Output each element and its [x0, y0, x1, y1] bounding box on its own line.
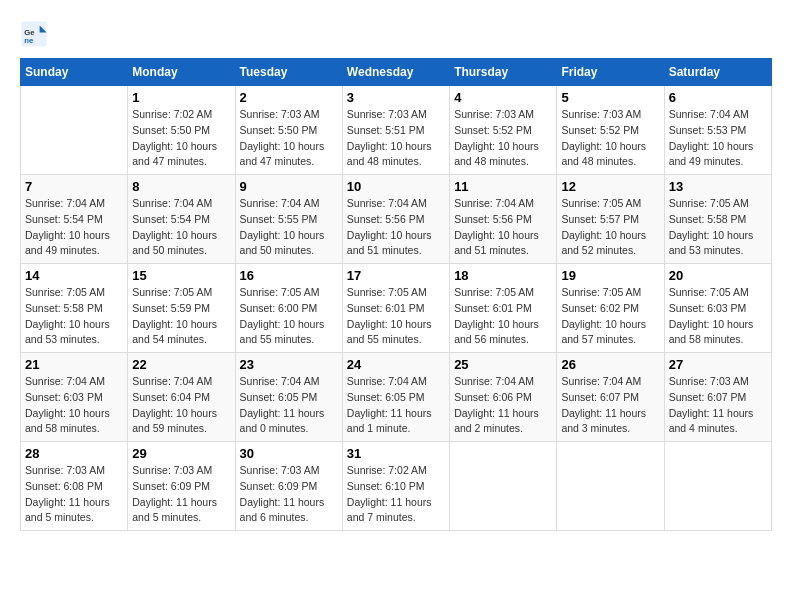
- sunset-text: Sunset: 5:50 PM: [240, 123, 338, 139]
- day-info: Sunrise: 7:03 AM Sunset: 6:07 PM Dayligh…: [669, 374, 767, 437]
- calendar-body: 1 Sunrise: 7:02 AM Sunset: 5:50 PM Dayli…: [21, 86, 772, 531]
- day-info: Sunrise: 7:04 AM Sunset: 5:54 PM Dayligh…: [132, 196, 230, 259]
- day-info: Sunrise: 7:03 AM Sunset: 6:09 PM Dayligh…: [240, 463, 338, 526]
- sunset-text: Sunset: 5:54 PM: [25, 212, 123, 228]
- sunrise-text: Sunrise: 7:05 AM: [240, 285, 338, 301]
- day-number: 23: [240, 357, 338, 372]
- calendar-cell: [450, 442, 557, 531]
- day-info: Sunrise: 7:04 AM Sunset: 5:56 PM Dayligh…: [347, 196, 445, 259]
- daylight-text: Daylight: 10 hours and 52 minutes.: [561, 228, 659, 260]
- day-number: 14: [25, 268, 123, 283]
- calendar-cell: 6 Sunrise: 7:04 AM Sunset: 5:53 PM Dayli…: [664, 86, 771, 175]
- sunset-text: Sunset: 6:03 PM: [669, 301, 767, 317]
- sunrise-text: Sunrise: 7:03 AM: [240, 463, 338, 479]
- calendar-header: SundayMondayTuesdayWednesdayThursdayFrid…: [21, 59, 772, 86]
- day-number: 16: [240, 268, 338, 283]
- day-number: 17: [347, 268, 445, 283]
- daylight-text: Daylight: 11 hours and 7 minutes.: [347, 495, 445, 527]
- day-info: Sunrise: 7:03 AM Sunset: 6:08 PM Dayligh…: [25, 463, 123, 526]
- week-row-1: 1 Sunrise: 7:02 AM Sunset: 5:50 PM Dayli…: [21, 86, 772, 175]
- day-info: Sunrise: 7:05 AM Sunset: 5:58 PM Dayligh…: [25, 285, 123, 348]
- calendar-cell: 4 Sunrise: 7:03 AM Sunset: 5:52 PM Dayli…: [450, 86, 557, 175]
- day-info: Sunrise: 7:04 AM Sunset: 5:54 PM Dayligh…: [25, 196, 123, 259]
- sunrise-text: Sunrise: 7:05 AM: [132, 285, 230, 301]
- daylight-text: Daylight: 10 hours and 51 minutes.: [347, 228, 445, 260]
- page-header: Ge ne: [20, 20, 772, 48]
- sunset-text: Sunset: 5:52 PM: [561, 123, 659, 139]
- day-info: Sunrise: 7:04 AM Sunset: 5:53 PM Dayligh…: [669, 107, 767, 170]
- sunrise-text: Sunrise: 7:02 AM: [132, 107, 230, 123]
- sunrise-text: Sunrise: 7:04 AM: [347, 374, 445, 390]
- calendar-cell: 1 Sunrise: 7:02 AM Sunset: 5:50 PM Dayli…: [128, 86, 235, 175]
- daylight-text: Daylight: 10 hours and 49 minutes.: [25, 228, 123, 260]
- column-header-sunday: Sunday: [21, 59, 128, 86]
- day-info: Sunrise: 7:04 AM Sunset: 6:05 PM Dayligh…: [347, 374, 445, 437]
- sunrise-text: Sunrise: 7:04 AM: [669, 107, 767, 123]
- day-number: 18: [454, 268, 552, 283]
- day-number: 1: [132, 90, 230, 105]
- sunrise-text: Sunrise: 7:02 AM: [347, 463, 445, 479]
- sunrise-text: Sunrise: 7:04 AM: [561, 374, 659, 390]
- calendar-cell: 9 Sunrise: 7:04 AM Sunset: 5:55 PM Dayli…: [235, 175, 342, 264]
- day-number: 10: [347, 179, 445, 194]
- daylight-text: Daylight: 10 hours and 50 minutes.: [240, 228, 338, 260]
- day-info: Sunrise: 7:03 AM Sunset: 5:50 PM Dayligh…: [240, 107, 338, 170]
- day-info: Sunrise: 7:05 AM Sunset: 6:02 PM Dayligh…: [561, 285, 659, 348]
- sunset-text: Sunset: 5:58 PM: [25, 301, 123, 317]
- sunrise-text: Sunrise: 7:04 AM: [240, 196, 338, 212]
- day-info: Sunrise: 7:05 AM Sunset: 5:59 PM Dayligh…: [132, 285, 230, 348]
- sunrise-text: Sunrise: 7:04 AM: [454, 374, 552, 390]
- day-info: Sunrise: 7:03 AM Sunset: 5:52 PM Dayligh…: [561, 107, 659, 170]
- daylight-text: Daylight: 10 hours and 50 minutes.: [132, 228, 230, 260]
- sunset-text: Sunset: 6:01 PM: [454, 301, 552, 317]
- daylight-text: Daylight: 11 hours and 2 minutes.: [454, 406, 552, 438]
- sunset-text: Sunset: 5:58 PM: [669, 212, 767, 228]
- day-number: 7: [25, 179, 123, 194]
- day-number: 28: [25, 446, 123, 461]
- sunset-text: Sunset: 5:59 PM: [132, 301, 230, 317]
- daylight-text: Daylight: 10 hours and 49 minutes.: [669, 139, 767, 171]
- week-row-5: 28 Sunrise: 7:03 AM Sunset: 6:08 PM Dayl…: [21, 442, 772, 531]
- sunrise-text: Sunrise: 7:03 AM: [25, 463, 123, 479]
- calendar-cell: 18 Sunrise: 7:05 AM Sunset: 6:01 PM Dayl…: [450, 264, 557, 353]
- sunrise-text: Sunrise: 7:05 AM: [454, 285, 552, 301]
- day-info: Sunrise: 7:04 AM Sunset: 6:07 PM Dayligh…: [561, 374, 659, 437]
- day-info: Sunrise: 7:04 AM Sunset: 6:04 PM Dayligh…: [132, 374, 230, 437]
- calendar-cell: 17 Sunrise: 7:05 AM Sunset: 6:01 PM Dayl…: [342, 264, 449, 353]
- day-info: Sunrise: 7:05 AM Sunset: 6:01 PM Dayligh…: [347, 285, 445, 348]
- calendar-cell: 11 Sunrise: 7:04 AM Sunset: 5:56 PM Dayl…: [450, 175, 557, 264]
- sunset-text: Sunset: 5:52 PM: [454, 123, 552, 139]
- daylight-text: Daylight: 10 hours and 56 minutes.: [454, 317, 552, 349]
- day-number: 21: [25, 357, 123, 372]
- day-info: Sunrise: 7:05 AM Sunset: 5:57 PM Dayligh…: [561, 196, 659, 259]
- week-row-4: 21 Sunrise: 7:04 AM Sunset: 6:03 PM Dayl…: [21, 353, 772, 442]
- sunset-text: Sunset: 5:53 PM: [669, 123, 767, 139]
- sunrise-text: Sunrise: 7:05 AM: [25, 285, 123, 301]
- daylight-text: Daylight: 10 hours and 48 minutes.: [347, 139, 445, 171]
- calendar-cell: 14 Sunrise: 7:05 AM Sunset: 5:58 PM Dayl…: [21, 264, 128, 353]
- day-info: Sunrise: 7:03 AM Sunset: 5:51 PM Dayligh…: [347, 107, 445, 170]
- svg-text:ne: ne: [24, 36, 34, 45]
- daylight-text: Daylight: 10 hours and 55 minutes.: [240, 317, 338, 349]
- day-number: 30: [240, 446, 338, 461]
- day-number: 29: [132, 446, 230, 461]
- day-number: 4: [454, 90, 552, 105]
- daylight-text: Daylight: 10 hours and 54 minutes.: [132, 317, 230, 349]
- sunset-text: Sunset: 6:04 PM: [132, 390, 230, 406]
- sunrise-text: Sunrise: 7:04 AM: [25, 196, 123, 212]
- sunrise-text: Sunrise: 7:03 AM: [561, 107, 659, 123]
- sunrise-text: Sunrise: 7:04 AM: [347, 196, 445, 212]
- day-number: 5: [561, 90, 659, 105]
- sunrise-text: Sunrise: 7:04 AM: [132, 196, 230, 212]
- calendar-cell: 23 Sunrise: 7:04 AM Sunset: 6:05 PM Dayl…: [235, 353, 342, 442]
- week-row-2: 7 Sunrise: 7:04 AM Sunset: 5:54 PM Dayli…: [21, 175, 772, 264]
- sunrise-text: Sunrise: 7:05 AM: [561, 285, 659, 301]
- daylight-text: Daylight: 10 hours and 48 minutes.: [561, 139, 659, 171]
- day-number: 20: [669, 268, 767, 283]
- sunset-text: Sunset: 6:09 PM: [240, 479, 338, 495]
- day-number: 26: [561, 357, 659, 372]
- sunrise-text: Sunrise: 7:04 AM: [25, 374, 123, 390]
- calendar-cell: 26 Sunrise: 7:04 AM Sunset: 6:07 PM Dayl…: [557, 353, 664, 442]
- calendar-cell: 10 Sunrise: 7:04 AM Sunset: 5:56 PM Dayl…: [342, 175, 449, 264]
- day-info: Sunrise: 7:04 AM Sunset: 5:56 PM Dayligh…: [454, 196, 552, 259]
